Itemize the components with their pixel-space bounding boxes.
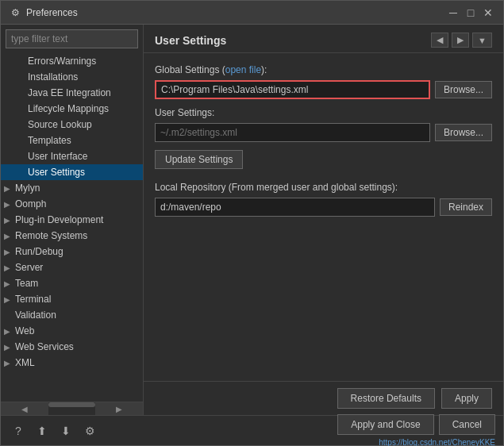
sidebar-item-label: Oomph (13, 198, 140, 210)
minimize-button[interactable]: ─ (446, 6, 460, 20)
sidebar-item-user-settings[interactable]: User Settings (1, 164, 143, 180)
local-repo-input[interactable] (155, 198, 435, 217)
search-input[interactable]: type filter text (6, 29, 138, 48)
sidebar-item-mylyn[interactable]: ▶Mylyn (1, 180, 143, 196)
sidebar-item-server[interactable]: ▶Server (1, 260, 143, 275)
sidebar-item-label: Errors/Warnings (26, 56, 140, 67)
sidebar-item-label: Web Services (13, 341, 140, 352)
update-settings-button[interactable]: Update Settings (155, 150, 243, 169)
sidebar-item-label: Server (13, 262, 140, 273)
sidebar-item-label: Run/Debug (13, 246, 140, 257)
sidebar-item-oomph[interactable]: ▶Oomph (1, 196, 143, 212)
user-browse-button[interactable]: Browse... (435, 124, 492, 141)
tree-arrow-icon: ▶ (4, 279, 13, 288)
bottom-bar: ? ⬆ ⬇ ⚙ Apply and Close Cancel https://b… (1, 415, 503, 445)
nav-menu-button[interactable]: ▼ (472, 33, 492, 48)
sidebar-item-web[interactable]: ▶Web (1, 323, 143, 339)
sidebar: type filter text Errors/WarningsInstalla… (1, 25, 144, 415)
status-link[interactable]: https://blog.csdn.net/CheneyKKE (379, 438, 495, 446)
sidebar-item-run-debug[interactable]: ▶Run/Debug (1, 244, 143, 260)
sidebar-item-java-ee-integration[interactable]: Java EE Integration (1, 85, 143, 101)
sidebar-item-label: Remote Systems (13, 230, 140, 241)
sidebar-item-plug-in-development[interactable]: ▶Plug-in Development (1, 212, 143, 228)
bottom-actions: Apply and Close Cancel https://blog.csdn… (337, 414, 495, 446)
sidebar-item-label: Templates (26, 135, 140, 146)
sidebar-item-lifecycle-mappings[interactable]: Lifecycle Mappings (1, 101, 143, 117)
scroll-right-button[interactable]: ▶ (95, 402, 143, 415)
title-controls: ─ □ ✕ (446, 6, 495, 20)
nav-forward-button[interactable]: ▶ (452, 33, 469, 48)
close-button[interactable]: ✕ (481, 6, 495, 20)
title-bar: ⚙ Preferences ─ □ ✕ (1, 1, 503, 25)
tree-arrow-icon: ▶ (4, 216, 13, 225)
tree-arrow-icon: ▶ (4, 248, 13, 256)
sidebar-item-label: Team (13, 278, 140, 289)
help-button[interactable]: ? (9, 421, 28, 440)
sidebar-item-label: Source Lookup (26, 119, 140, 130)
sidebar-item-label: Validation (13, 310, 140, 321)
bottom-buttons: Apply and Close Cancel (337, 414, 495, 435)
tree-arrow-icon: ▶ (4, 327, 13, 336)
tree-arrow-icon: ▶ (4, 200, 13, 209)
sidebar-item-web-services[interactable]: ▶Web Services (1, 339, 143, 355)
apply-close-button[interactable]: Apply and Close (337, 414, 433, 435)
tree-arrow-icon: ▶ (4, 343, 13, 352)
import-button[interactable]: ⬇ (56, 421, 75, 440)
window-title: Preferences (26, 7, 78, 18)
reindex-button[interactable]: Reindex (440, 198, 492, 216)
panel-header: User Settings ◀ ▶ ▼ (144, 25, 503, 53)
sidebar-item-user-interface[interactable]: User Interface (1, 148, 143, 164)
local-repo-label: Local Repository (From merged user and g… (155, 182, 492, 193)
right-panel: User Settings ◀ ▶ ▼ Global Settings (ope… (144, 25, 503, 415)
tree-arrow-icon: ▶ (4, 184, 13, 193)
tree-arrow-icon: ▶ (4, 295, 13, 304)
global-settings-input[interactable] (155, 80, 430, 99)
sidebar-item-validation[interactable]: Validation (1, 307, 143, 323)
title-bar-left: ⚙ Preferences (9, 6, 78, 19)
sidebar-item-label: Plug-in Development (13, 214, 140, 225)
sidebar-item-label: User Interface (26, 151, 140, 162)
hscroll-track (48, 402, 96, 407)
scroll-left-button[interactable]: ◀ (1, 402, 48, 415)
sidebar-item-label: Java EE Integration (26, 87, 140, 98)
user-settings-label: User Settings: (155, 107, 492, 118)
cancel-button[interactable]: Cancel (439, 414, 495, 435)
global-browse-button[interactable]: Browse... (435, 81, 492, 98)
panel-content: Global Settings (open file): Browse... U… (144, 53, 503, 381)
bottom-icons: ? ⬆ ⬇ ⚙ (9, 421, 99, 440)
sidebar-item-team[interactable]: ▶Team (1, 275, 143, 291)
sidebar-item-label: XML (13, 357, 140, 368)
open-file-link[interactable]: open file (225, 64, 261, 75)
global-settings-label: Global Settings (open file): (155, 64, 492, 75)
export-button[interactable]: ⬆ (33, 421, 52, 440)
content-area: type filter text Errors/WarningsInstalla… (1, 25, 503, 415)
restore-defaults-button[interactable]: Restore Defaults (337, 388, 435, 409)
sidebar-item-label: Terminal (13, 294, 140, 305)
maximize-button[interactable]: □ (464, 6, 478, 20)
tree-arrow-icon: ▶ (4, 359, 13, 367)
tree-arrow-icon: ▶ (4, 232, 13, 240)
sidebar-item-templates[interactable]: Templates (1, 133, 143, 148)
sidebar-item-installations[interactable]: Installations (1, 69, 143, 85)
preferences-window: ⚙ Preferences ─ □ ✕ type filter text Err… (0, 0, 504, 446)
tree-area: Errors/WarningsInstallationsJava EE Inte… (1, 53, 143, 402)
window-icon: ⚙ (9, 6, 21, 19)
sidebar-bottom: ◀ ▶ (1, 402, 143, 415)
panel-footer: Restore Defaults Apply (144, 381, 503, 415)
sidebar-item-label: Web (13, 325, 140, 336)
sidebar-item-terminal[interactable]: ▶Terminal (1, 291, 143, 307)
local-repo-row: Reindex (155, 198, 492, 217)
sidebar-item-source-lookup[interactable]: Source Lookup (1, 117, 143, 133)
user-settings-input[interactable] (155, 123, 430, 142)
sidebar-item-label: Lifecycle Mappings (26, 103, 140, 114)
settings-button[interactable]: ⚙ (80, 421, 99, 440)
sidebar-item-errors-warnings[interactable]: Errors/Warnings (1, 53, 143, 69)
sidebar-item-xml[interactable]: ▶XML (1, 355, 143, 371)
nav-back-button[interactable]: ◀ (431, 33, 448, 48)
apply-button[interactable]: Apply (441, 388, 492, 409)
sidebar-item-remote-systems[interactable]: ▶Remote Systems (1, 228, 143, 244)
sidebar-item-label: User Settings (26, 167, 140, 178)
sidebar-item-label: Mylyn (13, 183, 140, 194)
global-settings-row: Browse... (155, 80, 492, 99)
sidebar-item-label: Installations (26, 71, 140, 83)
